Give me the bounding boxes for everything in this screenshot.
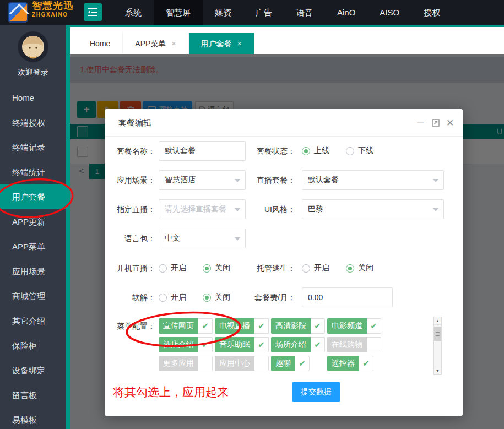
radio-soft-on-label: 开启 <box>171 292 186 302</box>
nav-item-aino[interactable]: AinO <box>325 0 367 25</box>
chip-checkbox[interactable]: ✔ <box>254 318 269 334</box>
tab-user-package[interactable]: 用户套餐× <box>189 33 254 54</box>
chip-checkbox[interactable]: ✔ <box>254 337 269 352</box>
menu-chip-movie-channel[interactable]: 电影频道✔ <box>327 318 381 334</box>
menu-chip-more-apps[interactable]: 更多应用✔ <box>159 356 213 371</box>
minimize-button[interactable]: ─ <box>414 109 426 137</box>
tab-bar: Home APP菜单× 用户套餐× <box>70 27 504 54</box>
ui-style-select[interactable]: 巴黎 <box>302 199 444 219</box>
menu-chip-hd-cinema[interactable]: 高清影院✔ <box>271 318 325 334</box>
menu-config-scrollbar[interactable]: ▲ ▼ <box>433 317 442 375</box>
nav-item-ads[interactable]: 广告 <box>243 0 284 25</box>
tab-home[interactable]: Home <box>78 33 123 54</box>
chip-checkbox[interactable]: ✔ <box>367 318 381 334</box>
sidebar-item-app-menu[interactable]: APP菜单 <box>0 234 66 259</box>
chip-label: 趣聊 <box>271 356 295 371</box>
sidebar-item-safe-box[interactable]: 保险柜 <box>0 333 66 358</box>
chip-checkbox[interactable]: ✔ <box>311 337 325 352</box>
radio-boot-off-label: 关闭 <box>215 263 230 273</box>
menu-chip-app-center[interactable]: 应用中心✔ <box>215 356 269 371</box>
handwritten-note: 将其勾选上，应用起来 <box>113 384 229 400</box>
live-package-select[interactable]: 默认套餐 <box>302 170 444 190</box>
chip-checkbox[interactable]: ✔ <box>198 318 213 334</box>
app-scene-select[interactable]: 智慧酒店 <box>159 170 246 190</box>
chip-checkbox[interactable]: ✔ <box>359 356 373 371</box>
top-navbar: 智慧光迅 ZHGXAINO 系统 智慧屏 媒资 广告 语音 AinO AISO … <box>0 0 504 25</box>
check-icon: ✔ <box>314 340 321 350</box>
scroll-up-arrow[interactable]: ▲ <box>434 317 441 325</box>
menu-chip-remote-control[interactable]: 遥控器✔ <box>327 356 373 371</box>
sidebar-item-home[interactable]: Home <box>0 85 66 110</box>
restore-button[interactable] <box>430 109 442 137</box>
scrollbar-thumb[interactable] <box>434 327 441 341</box>
menu-chip-music-sleep[interactable]: 音乐助眠✔ <box>215 337 269 352</box>
language-pack-select[interactable]: 中文 <box>159 229 246 248</box>
radio-soft-on[interactable] <box>159 294 167 302</box>
menu-chip-hotel-intro[interactable]: 酒店介绍✔ <box>159 337 213 352</box>
avatar-icon <box>18 31 48 62</box>
nav-item-smart-screen[interactable]: 智慧屏 <box>154 0 203 25</box>
caret-down-icon <box>433 208 438 211</box>
menu-chip-promo-page[interactable]: 宣传网页✔ <box>159 318 213 334</box>
close-button[interactable]: ✕ <box>444 109 456 137</box>
tab-close-icon[interactable]: × <box>237 39 242 48</box>
sidebar-item-app-scene[interactable]: 应用场景 <box>0 259 66 284</box>
menu-chip-online-shopping[interactable]: 在线购物✔ <box>327 337 381 352</box>
sidebar-item-device-bind[interactable]: 设备绑定 <box>0 358 66 383</box>
chip-checkbox[interactable]: ✔ <box>198 356 213 371</box>
nav-item-aiso[interactable]: AISO <box>367 0 411 25</box>
sidebar-item-user-package[interactable]: 用户套餐 <box>0 184 66 209</box>
radio-boot-on[interactable] <box>159 264 167 273</box>
content-left-accent <box>66 25 70 429</box>
chip-checkbox[interactable]: ✔ <box>367 337 381 352</box>
sidebar: 欢迎登录 Home 终端授权 终端记录 终端统计 用户套餐 APP更新 APP菜… <box>0 25 66 429</box>
tab-app-menu[interactable]: APP菜单× <box>123 33 188 54</box>
radio-escape-on[interactable] <box>302 264 310 273</box>
package-status-radio-group: 上线 下线 <box>302 141 373 161</box>
live-package-value: 默认套餐 <box>308 175 339 185</box>
radio-soft-off[interactable] <box>203 294 211 302</box>
nav-item-voice[interactable]: 语音 <box>284 0 325 25</box>
tab-close-icon[interactable]: × <box>171 39 176 48</box>
package-name-input[interactable] <box>159 142 245 160</box>
package-name-field <box>159 141 246 161</box>
radio-boot-off[interactable] <box>203 264 211 273</box>
sidebar-item-terminal-records[interactable]: 终端记录 <box>0 135 66 160</box>
radio-offline[interactable] <box>346 147 354 155</box>
menu-chip-tv-live[interactable]: 电视直播✔ <box>215 318 269 334</box>
sidebar-item-message-board[interactable]: 留言板 <box>0 383 66 408</box>
nav-item-media[interactable]: 媒资 <box>203 0 243 25</box>
radio-online[interactable] <box>302 147 310 155</box>
radio-online-label: 上线 <box>314 146 329 156</box>
chip-checkbox[interactable]: ✔ <box>254 356 269 371</box>
escape-radio-group: 开启 关闭 <box>302 258 373 278</box>
monthly-fee-input[interactable] <box>302 288 392 307</box>
sidebar-item-other-intro[interactable]: 其它介绍 <box>0 308 66 333</box>
menu-config-grid: 宣传网页✔ 电视直播✔ 高清影院✔ 电影频道✔ 酒店介绍✔ 音乐助眠✔ 场所介绍… <box>105 318 463 373</box>
check-icon: ✔ <box>258 340 265 350</box>
sidebar-item-mall-manage[interactable]: 商城管理 <box>0 284 66 308</box>
nav-item-auth[interactable]: 授权 <box>411 0 452 25</box>
chip-checkbox[interactable]: ✔ <box>311 318 325 334</box>
menu-chip-fun-chat[interactable]: 趣聊✔ <box>271 356 310 371</box>
submit-button[interactable]: 提交数据 <box>292 382 340 402</box>
nav-item-system[interactable]: 系统 <box>113 0 154 25</box>
sidebar-item-terminal-auth[interactable]: 终端授权 <box>0 110 66 135</box>
chip-checkbox[interactable]: ✔ <box>198 337 213 352</box>
field-label-monthly-fee: 套餐费/月： <box>236 287 295 307</box>
sidebar-item-easy-template[interactable]: 易模板 <box>0 408 66 429</box>
assigned-live-placeholder: 请先选择直播套餐 <box>165 204 226 214</box>
field-label-app-scene: 应用场景： <box>111 170 155 190</box>
sidebar-item-app-update[interactable]: APP更新 <box>0 209 66 234</box>
chip-label: 音乐助眠 <box>215 337 254 352</box>
main-menu: 系统 智慧屏 媒资 广告 语音 AinO AISO 授权 <box>113 0 452 25</box>
assigned-live-select[interactable]: 请先选择直播套餐 <box>159 199 246 219</box>
app-scene-value: 智慧酒店 <box>165 175 196 185</box>
tab-label: Home <box>90 39 110 48</box>
menu-chip-venue-intro[interactable]: 场所介绍✔ <box>271 337 325 352</box>
sidebar-item-terminal-stats[interactable]: 终端统计 <box>0 160 66 184</box>
radio-escape-off[interactable] <box>346 264 354 273</box>
sidebar-toggle-button[interactable] <box>84 3 102 21</box>
chip-checkbox[interactable]: ✔ <box>295 356 310 371</box>
scroll-down-arrow[interactable]: ▼ <box>434 367 441 374</box>
